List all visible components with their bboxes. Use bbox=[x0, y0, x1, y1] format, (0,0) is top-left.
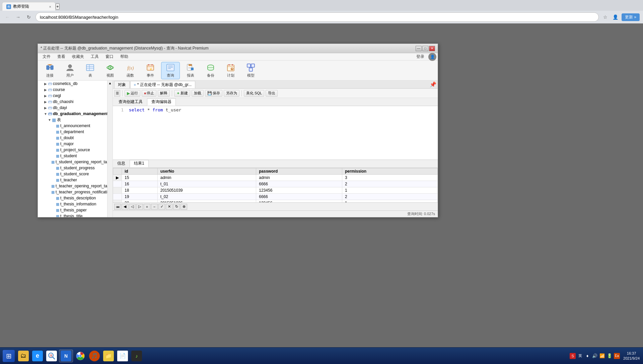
toolbar-function-button[interactable]: f(x) 函数 bbox=[121, 62, 140, 79]
db-cosmetics[interactable]: ▶ 🗃 cosmetics_db bbox=[38, 81, 113, 87]
table-t_announcement[interactable]: ▦ t_announcement bbox=[38, 123, 113, 129]
pin-icon[interactable]: 📌 bbox=[430, 81, 436, 88]
db-graduation[interactable]: ▼ 🗃 db_graduation_management bbox=[38, 111, 113, 117]
taskbar-item-media[interactable]: 🎵 bbox=[88, 350, 101, 362]
toolbar-view-button[interactable]: 视图 bbox=[101, 62, 120, 79]
load-button[interactable]: 加载 bbox=[192, 90, 204, 97]
menu-window[interactable]: 窗口 bbox=[102, 53, 117, 60]
tray-battery-icon[interactable]: 🔋 bbox=[606, 353, 613, 359]
minimize-button[interactable]: — bbox=[416, 46, 422, 51]
create-query-tab[interactable]: 查询创建工具 bbox=[114, 98, 147, 106]
nav-check-button[interactable]: ✓ bbox=[158, 204, 165, 210]
new-button[interactable]: ✦ 新建 bbox=[174, 90, 190, 97]
taskbar-item-doc[interactable]: 📄 bbox=[116, 350, 129, 362]
toolbar-query-button[interactable]: 查询 bbox=[161, 62, 180, 79]
toolbar-user-button[interactable]: 用户 bbox=[61, 62, 79, 79]
tray-network-icon[interactable]: ♦ bbox=[584, 353, 590, 359]
table-row[interactable]: 18 2015051039 123456 1 bbox=[113, 187, 438, 193]
menu-file[interactable]: 文件 bbox=[39, 53, 54, 60]
table-t_student[interactable]: ▦ t_student bbox=[38, 153, 113, 159]
info-tab[interactable]: 信息 bbox=[113, 160, 130, 167]
table-t_student_progress[interactable]: ▦ t_student_progress bbox=[38, 165, 113, 171]
sidebar-scroll[interactable]: ▲ bbox=[107, 81, 113, 217]
toolbar-model-button[interactable]: 模型 bbox=[241, 62, 260, 79]
menu-tools[interactable]: 工具 bbox=[87, 53, 102, 60]
db-dayi[interactable]: ▶ 🗃 db_dayi bbox=[38, 105, 113, 111]
back-button[interactable]: ← bbox=[3, 13, 11, 21]
table-t_project_source[interactable]: ▦ t_project_source bbox=[38, 147, 113, 153]
taskbar-item-chrome[interactable] bbox=[74, 350, 87, 362]
nav-stop-btn[interactable]: ⊗ bbox=[181, 204, 187, 210]
maximize-button[interactable]: □ bbox=[422, 46, 428, 51]
nav-cancel-button[interactable]: ✕ bbox=[166, 204, 172, 210]
sql-editor[interactable]: 1 select * from t_user bbox=[113, 106, 438, 160]
run-button[interactable]: ▶ 运行 bbox=[125, 90, 140, 97]
nav-add-button[interactable]: + bbox=[144, 204, 150, 210]
nav-forward-btn[interactable]: ▷ bbox=[136, 204, 143, 210]
update-button[interactable]: 更新 » bbox=[622, 13, 640, 21]
toolbar-connection-button[interactable]: 连接 bbox=[41, 62, 59, 79]
query-tab[interactable]: ≡ * 正在处理 -- 无标题 @db_gr... bbox=[130, 81, 195, 88]
data-table-wrapper[interactable]: id userNo password permission ▶ 15 admin… bbox=[113, 168, 438, 203]
folder-table[interactable]: ▼ ▦ 表 bbox=[38, 117, 113, 123]
toolbar-backup-button[interactable]: 备份 bbox=[201, 62, 220, 79]
menu-expand-button[interactable]: ☰ bbox=[114, 90, 120, 97]
save-as-button[interactable]: 另存为 bbox=[224, 90, 239, 97]
table-t_teacher[interactable]: ▦ t_teacher bbox=[38, 177, 113, 183]
table-t_thesis_description[interactable]: ▦ t_thesis_description bbox=[38, 195, 113, 201]
sidebar-scroll-up[interactable]: ▲ bbox=[108, 81, 113, 86]
table-t_thesis_title[interactable]: ▦ t_thesis_title bbox=[38, 213, 113, 217]
tray-wifi-icon[interactable]: 📶 bbox=[599, 353, 605, 359]
bookmark-icon[interactable]: ☆ bbox=[601, 13, 610, 21]
table-t_major[interactable]: ▦ t_major bbox=[38, 141, 113, 147]
table-t_student_opening[interactable]: ▦ t_student_opening_report_task_bo... bbox=[38, 159, 113, 165]
taskbar-item-winamp[interactable]: ♪ bbox=[130, 350, 143, 362]
object-tab[interactable]: 对象 bbox=[114, 81, 130, 88]
table-t_thesis_paper[interactable]: ▦ t_thesis_paper bbox=[38, 207, 113, 213]
db-course[interactable]: ▶ 🗃 course bbox=[38, 87, 113, 93]
tray-ea-icon[interactable]: Ea bbox=[614, 353, 620, 359]
col-permission[interactable]: permission bbox=[342, 168, 438, 174]
col-id[interactable]: id bbox=[122, 168, 158, 174]
table-t_doubt[interactable]: ▦ t_doubt bbox=[38, 135, 113, 141]
table-t_student_score[interactable]: ▦ t_student_score bbox=[38, 171, 113, 177]
menu-favorites[interactable]: 收藏夹 bbox=[69, 53, 87, 60]
url-input[interactable] bbox=[35, 12, 599, 22]
toolbar-event-button[interactable]: ⚡ 事件 bbox=[141, 62, 160, 79]
table-row[interactable]: ▶ 15 admin admin 3 bbox=[113, 174, 438, 181]
col-userNo[interactable]: userNo bbox=[157, 168, 256, 174]
db-cwgl[interactable]: ▶ 🗃 cwgl bbox=[38, 93, 113, 99]
toolbar-report-button[interactable]: 报表 bbox=[181, 62, 200, 79]
menu-help[interactable]: 帮助 bbox=[117, 53, 132, 60]
menu-view[interactable]: 查看 bbox=[54, 53, 69, 60]
table-t_thesis_information[interactable]: ▦ t_thesis_information bbox=[38, 201, 113, 207]
stop-button[interactable]: ■ 停止 bbox=[142, 90, 156, 97]
nav-refresh-btn[interactable]: ↻ bbox=[173, 204, 180, 210]
login-button[interactable]: 登录 bbox=[414, 53, 427, 60]
db-chaoshi[interactable]: ▶ 🗃 db_chaoshi bbox=[38, 99, 113, 105]
table-row[interactable]: 19 t_02 6666 2 bbox=[113, 193, 438, 200]
tab-close-button[interactable]: × bbox=[49, 5, 51, 9]
col-password[interactable]: password bbox=[256, 168, 342, 174]
toolbar-table-button[interactable]: 表 bbox=[81, 62, 99, 79]
user-account-icon[interactable]: 👤 bbox=[612, 13, 620, 21]
start-button[interactable]: ⊞ bbox=[1, 350, 16, 362]
taskbar-item-browser[interactable]: e bbox=[31, 350, 44, 362]
taskbar-item-navicat[interactable]: N bbox=[59, 350, 73, 362]
tray-lang-icon[interactable]: 英 bbox=[577, 353, 583, 359]
browser-tab-active[interactable]: 教 教师登陆 × bbox=[2, 2, 56, 11]
nav-prev-button[interactable]: ◀ bbox=[122, 204, 128, 210]
taskbar-item-search[interactable]: 搜 bbox=[45, 350, 58, 362]
table-t_teacher_opening[interactable]: ▦ t_teacher_opening_report_task_bo... bbox=[38, 183, 113, 189]
query-editor-tab[interactable]: 查询编辑器 bbox=[147, 98, 176, 106]
table-t_department[interactable]: ▦ t_department bbox=[38, 129, 113, 135]
system-clock[interactable]: 16:37 2021/9/24 bbox=[621, 351, 642, 361]
nav-back-button[interactable]: ◁ bbox=[129, 204, 136, 210]
table-row[interactable]: 20 2015051036 123456 1 bbox=[113, 200, 438, 202]
taskbar-item-folder[interactable]: 🗂 bbox=[17, 350, 30, 362]
beautify-button[interactable]: 美化 SQL bbox=[244, 90, 264, 97]
save-button[interactable]: 💾 保存 bbox=[205, 90, 222, 97]
tray-volume-icon[interactable]: 🔊 bbox=[592, 353, 598, 359]
forward-button[interactable]: → bbox=[14, 13, 22, 21]
taskbar-item-explorer[interactable]: 📁 bbox=[102, 350, 115, 362]
